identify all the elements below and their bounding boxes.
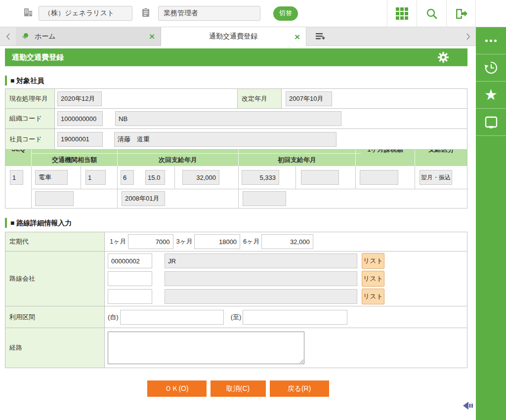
route-company-row: リスト <box>108 253 384 269</box>
org-name-field[interactable] <box>115 111 341 126</box>
header-seq: SEQ <box>5 150 31 153</box>
next-month-row2-field[interactable] <box>122 191 165 206</box>
seq-row-1 <box>5 166 467 189</box>
section-target-employee: ■ 対象社員 <box>5 76 467 85</box>
m1-input[interactable] <box>128 234 173 249</box>
header-transport: 交通機関相当額 <box>32 156 117 165</box>
transport-row2-field[interactable] <box>35 191 74 206</box>
tab-home-label: ホーム <box>30 32 149 41</box>
keiro-textarea[interactable] <box>108 332 304 364</box>
route-company-row: リスト <box>108 271 384 287</box>
commute-seq-table: SEQ 交通機関相当額 次回支給年月 初回支給年月 1ヶ月課税額 支給区分 <box>5 150 467 209</box>
usage-section-label: 利用区間 <box>5 306 105 328</box>
revision-month-label: 改定年月 <box>237 89 282 108</box>
next-pay-amount-field[interactable] <box>182 170 219 185</box>
back-button[interactable]: 戻る(R) <box>270 380 329 397</box>
list-button-3[interactable]: リスト <box>362 289 384 304</box>
to-label: (至) <box>231 313 242 322</box>
seq-number-field[interactable] <box>10 170 23 185</box>
company-code-input-3[interactable] <box>108 289 152 304</box>
next-pay-b-field[interactable] <box>145 170 165 185</box>
action-buttons: ＯＫ(O) 取消(C) 戻る(R) <box>0 380 476 397</box>
pin-icon <box>22 33 30 41</box>
tab-home-close-icon[interactable]: × <box>149 32 155 41</box>
first-row2-field[interactable] <box>243 191 286 206</box>
keiro-label: 経路 <box>5 328 105 368</box>
from-label: (自) <box>108 313 119 322</box>
current-month-label: 現在処理年月 <box>5 89 55 108</box>
tab-home[interactable]: ホーム × <box>16 27 161 45</box>
tab-commute-expense[interactable]: 通勤交通費登録 × <box>161 27 306 46</box>
company-icon <box>23 7 34 20</box>
emp-code-field[interactable] <box>57 132 103 147</box>
next-pay-a-field[interactable] <box>121 170 134 185</box>
main-content: 通勤交通費登録 ■ 対象社員 現在処理年月 改定年月 組織コード <box>0 46 476 420</box>
app-grid-icon[interactable] <box>387 0 417 27</box>
monthly-tax-field[interactable] <box>360 170 398 185</box>
header-next-pay: 次回支給年月 <box>118 156 238 165</box>
emp-name-field[interactable] <box>114 132 337 147</box>
route-company-label: 路線会社 <box>5 252 105 306</box>
tab-active-label: 通勤交通費登録 <box>167 32 295 41</box>
org-code-field[interactable] <box>57 111 103 126</box>
company-code-input-2[interactable] <box>108 271 152 286</box>
header-monthly-tax: 1ヶ月課税額 <box>356 150 415 154</box>
tab-active-close-icon[interactable]: × <box>295 32 300 42</box>
m3-label: 3ヶ月 <box>176 237 193 246</box>
org-code-label: 組織コード <box>5 109 55 128</box>
to-station-input[interactable] <box>243 310 347 325</box>
new-tab-icon[interactable] <box>306 27 334 45</box>
tab-scroll-right[interactable] <box>460 27 476 45</box>
section-route-detail: ■ 路線詳細情報入力 <box>5 218 467 228</box>
seq-table-header: SEQ 交通機関相当額 次回支給年月 初回支給年月 1ヶ月課税額 支給区分 <box>5 150 467 166</box>
tab-bar: ホーム × 通勤交通費登録 × <box>0 27 476 46</box>
history-icon[interactable] <box>476 54 506 82</box>
m6-input[interactable] <box>261 234 313 249</box>
role-icon <box>141 7 150 20</box>
pay-type-field[interactable] <box>420 170 452 185</box>
teiki-label: 定期代 <box>5 232 105 251</box>
sidebar-collapse-arrow-icon[interactable] <box>463 400 475 413</box>
more-options-icon[interactable] <box>476 27 506 54</box>
first-pay-amount-field[interactable] <box>242 170 279 185</box>
page-title-bar: 通勤交通費登録 <box>5 48 467 66</box>
settings-gear-icon[interactable] <box>437 51 450 64</box>
tray-icon[interactable] <box>476 109 506 136</box>
list-button-2[interactable]: リスト <box>362 271 384 287</box>
ok-button[interactable]: ＯＫ(O) <box>147 380 207 397</box>
first-pay-b-field[interactable] <box>301 170 339 185</box>
favorites-star-icon[interactable]: ★ <box>476 82 506 109</box>
role-input[interactable] <box>158 6 260 21</box>
from-station-input[interactable] <box>120 310 224 325</box>
route-detail-form: 定期代 1ヶ月 3ヶ月 6ヶ月 路線会社 <box>5 232 467 368</box>
top-bar: 切替 <box>0 0 506 27</box>
m6-label: 6ヶ月 <box>243 237 260 246</box>
list-button-1[interactable]: リスト <box>362 253 384 269</box>
company-name-field-1[interactable] <box>165 253 357 268</box>
company-code-input-1[interactable] <box>108 253 152 268</box>
seq-row-2 <box>5 189 467 208</box>
m3-input[interactable] <box>194 234 240 249</box>
cancel-button[interactable]: 取消(C) <box>211 380 266 397</box>
route-company-row: リスト <box>108 289 384 304</box>
transport-num-field[interactable] <box>85 170 106 185</box>
emp-code-label: 社員コード <box>5 129 55 149</box>
right-sidebar: ★ <box>476 27 506 420</box>
header-pay-type: 支給区分 <box>415 150 467 154</box>
search-icon[interactable] <box>417 0 446 27</box>
current-month-field[interactable] <box>57 91 102 106</box>
page-title: 通勤交通費登録 <box>12 53 64 62</box>
switch-button[interactable]: 切替 <box>273 6 298 21</box>
app-window: 切替 ホーム × 通勤交通費登録 × <box>0 0 506 420</box>
m1-label: 1ヶ月 <box>110 237 126 246</box>
company-input[interactable] <box>39 6 132 21</box>
logout-icon[interactable] <box>446 0 476 27</box>
revision-month-field[interactable] <box>286 91 332 106</box>
transport-name-field[interactable] <box>35 170 68 185</box>
company-name-field-2[interactable] <box>165 271 357 286</box>
header-first-pay: 初回支給年月 <box>239 156 355 165</box>
employee-form: 現在処理年月 改定年月 組織コード 社員コード <box>5 88 467 150</box>
company-name-field-3[interactable] <box>165 289 357 304</box>
tab-scroll-left[interactable] <box>0 27 16 45</box>
